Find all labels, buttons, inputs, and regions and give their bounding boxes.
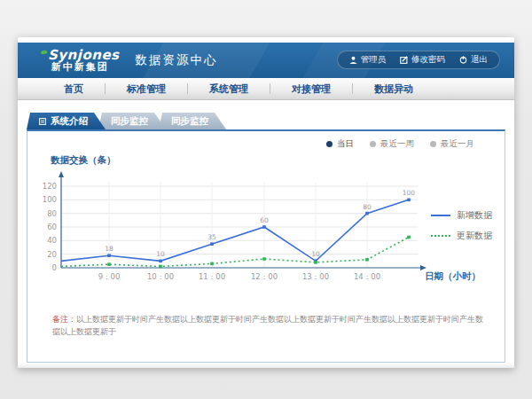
radio-dot [326,141,332,147]
company-logo: Synjones 新中新集团 [41,48,120,74]
svg-text:60: 60 [47,223,57,231]
page-bottom-strip [18,363,514,368]
svg-text:20: 20 [47,250,57,259]
nav-item-4[interactable]: 对接管理 [270,82,352,96]
line-chart[interactable]: 0204060801001209：0010：0011：0012：0013：001… [35,170,478,290]
y-axis-title: 数据交换（条） [51,154,116,167]
radio-3[interactable]: 最近一月 [430,138,474,150]
radio-dot [430,141,436,147]
svg-text:80: 80 [363,203,372,211]
nav-item-1[interactable]: 首页 [43,82,105,96]
svg-text:60: 60 [260,216,269,224]
svg-text:14：00: 14：00 [354,272,380,281]
tab-label: 同步监控 [171,115,208,128]
radio-dot [370,141,376,147]
svg-text:9：00: 9：00 [98,272,121,281]
svg-text:10: 10 [311,250,320,258]
app-window: Synjones 新中新集团 数据资源中心 管理员 修改密码 退出 首页标准管理… [18,37,514,368]
tab-label: 同步监控 [111,115,148,128]
legend-item-2[interactable]: 更新数据 [431,230,492,242]
svg-text:120: 120 [43,182,57,191]
logo-company-name: 新中新集团 [41,62,120,73]
content-panel: 当日最近一周最近一月 数据交换（条） 0204060801001209：0010… [27,129,505,363]
nav-item-5[interactable]: 数据异动 [353,82,434,96]
tab-3[interactable]: 同步监控 [159,113,226,129]
user-icon [349,56,357,64]
legend-line-sample [431,215,450,216]
main-nav: 首页标准管理系统管理对接管理数据异动 [18,78,514,100]
svg-text:13：00: 13：00 [302,272,329,281]
current-user-button[interactable]: 管理员 [349,54,387,66]
edit-icon [400,56,408,64]
power-icon [459,56,467,64]
svg-text:10：00: 10：00 [147,272,174,281]
document-icon [39,118,46,125]
nav-item-3[interactable]: 系统管理 [188,82,270,96]
logout-label: 退出 [471,54,488,66]
nav-item-2[interactable]: 标准管理 [106,82,187,96]
svg-text:18: 18 [105,245,113,253]
app-header: Synjones 新中新集团 数据资源中心 管理员 修改密码 退出 [18,43,514,78]
leaf-icon [41,50,48,55]
tab-bar: 系统介绍同步监控同步监控 [27,113,219,129]
svg-text:80: 80 [47,209,57,218]
svg-text:100: 100 [403,189,416,197]
time-range-filter: 当日最近一周最近一月 [326,138,474,150]
footer-note: 备注：以上数据更新于时间产生数据以上数据更新于时间产生数据以上数据更新于时间产生… [52,314,490,338]
radio-label: 最近一周 [380,138,414,150]
legend-item-1[interactable]: 新增数据 [431,209,492,222]
svg-text:10: 10 [156,250,165,258]
svg-text:40: 40 [47,236,57,245]
tab-2[interactable]: 同步监控 [98,113,166,129]
logo-brand-text: Synjones [41,48,120,63]
page-title: 数据资源中心 [136,52,218,68]
svg-text:100: 100 [43,195,57,204]
svg-text:12：00: 12：00 [251,272,278,281]
note-body: 以上数据更新于时间产生数据以上数据更新于时间产生数据以上数据更新于时间产生数据以… [52,315,483,336]
legend-label: 更新数据 [457,230,492,242]
user-name-label: 管理员 [361,54,387,66]
tab-1[interactable]: 系统介绍 [27,113,106,129]
svg-text:35: 35 [207,233,216,241]
radio-label: 最近一月 [441,138,474,150]
user-toolbar: 管理员 修改密码 退出 [337,51,501,69]
legend-line-sample [431,235,450,237]
note-prefix: 备注： [52,315,76,324]
logout-button[interactable]: 退出 [459,54,488,66]
radio-2[interactable]: 最近一周 [370,138,414,150]
tab-label: 系统介绍 [51,115,88,128]
change-password-button[interactable]: 修改密码 [400,54,445,66]
radio-1[interactable]: 当日 [326,138,354,150]
svg-text:0: 0 [52,263,57,272]
x-axis-title: 日期（小时） [425,270,481,283]
chart-legend: 新增数据更新数据 [431,209,492,242]
legend-label: 新增数据 [457,209,492,222]
svg-text:11：00: 11：00 [199,272,225,281]
change-password-label: 修改密码 [411,54,445,66]
radio-label: 当日 [337,138,354,150]
